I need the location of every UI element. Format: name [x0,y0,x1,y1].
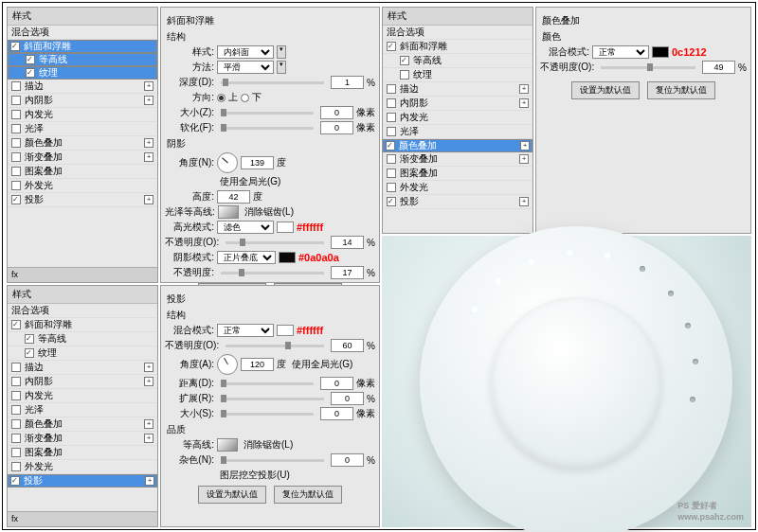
gloss-row[interactable]: 光泽 [383,125,532,139]
angle-dial[interactable] [217,354,238,375]
highlight-mode-select[interactable]: 滤色 [217,221,274,234]
blend-select[interactable]: 正常 [217,324,274,337]
reset-button[interactable]: 复位为默认值 [647,81,715,99]
checkbox-icon[interactable] [11,124,21,133]
expand-icon[interactable]: + [144,96,153,105]
stroke-row[interactable]: 描边+ [383,82,532,97]
color-overlay-row[interactable]: 颜色叠加+ [383,139,532,152]
contour-row[interactable]: 等高线 [8,332,157,346]
checkbox-icon[interactable] [11,181,21,190]
depth-input[interactable] [331,76,364,89]
drop-shadow-row[interactable]: 投影+ [8,193,157,207]
checkbox-icon[interactable] [11,419,21,429]
checkbox-icon[interactable] [11,195,21,204]
checkbox-icon[interactable] [25,348,34,358]
checkbox-icon[interactable] [11,462,21,471]
expand-icon[interactable]: + [519,84,529,94]
outer-glow-row[interactable]: 外发光 [8,179,157,193]
gloss-row[interactable]: 光泽 [8,403,157,417]
checkbox-icon[interactable] [387,42,396,51]
expand-icon[interactable]: + [144,195,153,204]
blend-select[interactable]: 正常 [592,45,649,59]
distance-slider[interactable] [221,382,314,385]
expand-icon[interactable]: + [144,434,153,443]
inner-shadow-row[interactable]: 内阴影+ [8,375,157,389]
dropdown-icon[interactable]: ▾ [277,61,286,74]
checkbox-icon[interactable] [11,391,21,400]
checkbox-icon[interactable] [11,110,21,119]
shadow-color-swatch[interactable] [279,252,296,263]
checkbox-icon[interactable] [11,434,21,443]
checkbox-icon[interactable] [387,168,396,178]
angle-input[interactable] [241,358,274,371]
gradient-overlay-row[interactable]: 渐变叠加+ [383,152,532,167]
drop-shadow-row[interactable]: 投影+ [8,474,157,488]
texture-row[interactable]: 纹理 [8,66,157,80]
default-button[interactable]: 设置为默认值 [198,486,266,504]
checkbox-icon[interactable] [386,141,395,151]
color-overlay-row[interactable]: 颜色叠加+ [8,417,157,432]
checkbox-icon[interactable] [387,113,396,122]
style-select[interactable]: 内斜面 [217,45,274,59]
contour-picker[interactable] [217,438,238,452]
down-radio[interactable] [241,94,249,102]
opacity-slider[interactable] [601,66,695,69]
expand-icon[interactable]: + [144,419,153,429]
checkbox-icon[interactable] [11,320,21,329]
checkbox-icon[interactable] [11,81,21,91]
expand-icon[interactable]: + [520,141,530,151]
checkbox-icon[interactable] [387,127,396,136]
spread-input[interactable] [331,392,364,405]
checkbox-icon[interactable] [400,70,409,80]
inner-shadow-row[interactable]: 内阴影+ [8,94,157,108]
outer-glow-row[interactable]: 外发光 [8,460,157,474]
checkbox-icon[interactable] [10,476,20,486]
checkbox-icon[interactable] [387,154,396,164]
checkbox-icon[interactable] [387,183,396,192]
texture-row[interactable]: 纹理 [383,68,532,82]
shadow-opacity-input[interactable] [331,266,364,279]
bevel-row[interactable]: 斜面和浮雕 [8,40,157,53]
expand-icon[interactable]: + [145,476,154,486]
shadow-mode-select[interactable]: 正片叠底 [217,251,276,264]
expand-icon[interactable]: + [144,152,153,162]
technique-select[interactable]: 平滑 [217,61,274,74]
opacity-slider[interactable] [226,345,324,347]
checkbox-icon[interactable] [11,138,21,148]
checkbox-icon[interactable] [11,96,21,105]
contour-row[interactable]: 等高线 [383,54,532,68]
bevel-row[interactable]: 斜面和浮雕 [383,40,532,54]
reset-button[interactable]: 复位为默认值 [274,486,342,504]
checkbox-icon[interactable] [11,363,21,372]
shadow-opacity-slider[interactable] [221,272,324,275]
checkbox-icon[interactable] [10,42,20,51]
expand-icon[interactable]: + [144,138,153,148]
expand-icon[interactable]: + [144,363,153,372]
highlight-opacity-slider[interactable] [226,241,324,244]
checkbox-icon[interactable] [26,55,35,64]
default-button[interactable]: 设置为默认值 [571,81,640,99]
altitude-input[interactable] [217,190,250,204]
noise-input[interactable] [331,453,364,467]
blend-options-row[interactable]: 混合选项 [383,26,532,40]
color-swatch[interactable] [277,325,294,336]
checkbox-icon[interactable] [11,152,21,162]
expand-icon[interactable]: + [519,98,529,108]
inner-glow-row[interactable]: 内发光 [383,111,532,125]
gradient-overlay-row[interactable]: 渐变叠加+ [8,151,157,165]
blend-options-row[interactable]: 混合选项 [8,26,157,40]
inner-shadow-row[interactable]: 内阴影+ [383,97,532,111]
inner-glow-row[interactable]: 内发光 [8,108,157,122]
gradient-overlay-row[interactable]: 渐变叠加+ [8,432,157,446]
highlight-opacity-input[interactable] [331,236,364,249]
texture-row[interactable]: 纹理 [8,346,157,361]
angle-input[interactable] [241,156,274,169]
checkbox-icon[interactable] [11,167,21,176]
checkbox-icon[interactable] [11,448,21,457]
expand-icon[interactable]: + [519,154,529,164]
pattern-overlay-row[interactable]: 图案叠加 [8,446,157,460]
checkbox-icon[interactable] [25,334,34,344]
color-overlay-row[interactable]: 颜色叠加+ [8,136,157,151]
checkbox-icon[interactable] [387,197,396,206]
contour-row[interactable]: 等高线 [8,53,157,66]
